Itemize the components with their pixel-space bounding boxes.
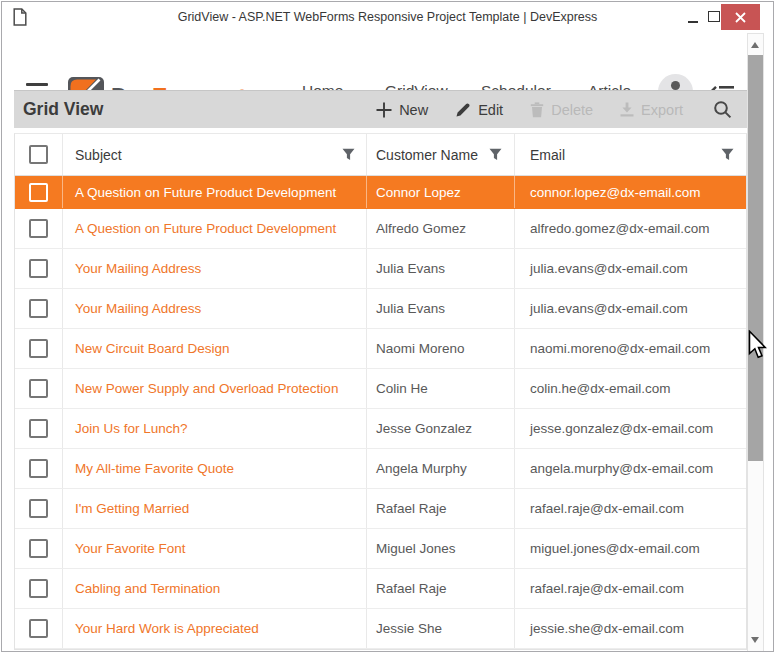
row-checkbox[interactable] (29, 619, 48, 638)
row-checkbox[interactable] (29, 339, 48, 358)
filter-funnel-icon[interactable] (489, 148, 502, 161)
table-row[interactable]: Your Mailing Address Julia Evans julia.e… (15, 289, 746, 329)
grid-body: A Question on Future Product Development… (15, 176, 746, 649)
column-header-customer-name[interactable]: Customer Name (367, 134, 515, 175)
customer-name-cell: Naomi Moreno (367, 329, 515, 368)
table-row[interactable]: Your Hard Work is Appreciated Jessie She… (15, 609, 746, 649)
row-checkbox[interactable] (29, 379, 48, 398)
app-window: GridView - ASP.NET WebForms Responsive P… (1, 1, 774, 652)
person-icon (671, 81, 680, 90)
column-header-subject[interactable]: Subject (63, 134, 367, 175)
row-checkbox[interactable] (29, 259, 48, 278)
row-checkbox[interactable] (29, 579, 48, 598)
subject-link[interactable]: A Question on Future Product Development (75, 185, 336, 200)
table-row[interactable]: A Question on Future Product Development… (15, 209, 746, 249)
email-cell: miguel.jones@dx-email.com (515, 529, 746, 568)
table-row[interactable]: Cabling and Termination Rafael Raje rafa… (15, 569, 746, 609)
download-icon (620, 102, 634, 117)
customer-name-cell: Colin He (367, 369, 515, 408)
subject-link[interactable]: Your Mailing Address (75, 261, 201, 276)
minimize-button[interactable] (683, 2, 703, 31)
nav-bar: DevExpress® Home GridView Scheduler Arti… (2, 32, 773, 90)
table-row[interactable]: Join Us for Lunch? Jesse Gonzalez jesse.… (15, 409, 746, 449)
customer-name-cell: Angela Murphy (367, 449, 515, 488)
vertical-scrollbar[interactable] (747, 33, 764, 652)
row-checkbox[interactable] (29, 539, 48, 558)
row-checkbox[interactable] (29, 459, 48, 478)
subject-link[interactable]: A Question on Future Product Development (75, 221, 336, 236)
subject-link[interactable]: New Power Supply and Overload Protection (75, 381, 338, 396)
table-row[interactable]: Your Favorite Font Miguel Jones miguel.j… (15, 529, 746, 569)
new-button[interactable]: New (376, 102, 428, 118)
minimize-icon (688, 21, 698, 23)
subject-link[interactable]: Your Hard Work is Appreciated (75, 621, 259, 636)
scroll-up-arrow-icon[interactable] (751, 42, 759, 48)
select-all-cell (15, 134, 63, 175)
row-select-cell (15, 176, 63, 208)
customer-name-cell: Jessie She (367, 609, 515, 648)
search-button[interactable] (713, 100, 732, 119)
trash-icon (530, 102, 544, 118)
close-icon (735, 12, 746, 23)
row-select-cell (15, 329, 63, 368)
delete-button[interactable]: Delete (530, 102, 593, 118)
subject-link[interactable]: Cabling and Termination (75, 581, 220, 596)
subject-link[interactable]: Your Mailing Address (75, 301, 201, 316)
customer-name-cell: Alfredo Gomez (367, 209, 515, 248)
row-select-cell (15, 369, 63, 408)
page-title: Grid View (23, 99, 103, 120)
edit-button[interactable]: Edit (455, 102, 503, 118)
subject-link[interactable]: Your Favorite Font (75, 541, 186, 556)
row-checkbox[interactable] (29, 183, 48, 202)
email-cell: angela.murphy@dx-email.com (515, 449, 746, 488)
toolbar-buttons: New Edit Delete Export (376, 100, 747, 119)
row-select-cell (15, 529, 63, 568)
email-cell: alfredo.gomez@dx-email.com (515, 209, 746, 248)
table-row[interactable]: My All-time Favorite Quote Angela Murphy… (15, 449, 746, 489)
email-cell: jesse.gonzalez@dx-email.com (515, 409, 746, 448)
email-cell: julia.evans@dx-email.com (515, 289, 746, 328)
email-cell: colin.he@dx-email.com (515, 369, 746, 408)
subject-link[interactable]: New Circuit Board Design (75, 341, 230, 356)
grid-toolbar: Grid View New Edit Delete Export (14, 90, 747, 128)
column-header-email[interactable]: Email (515, 134, 746, 175)
subject-link[interactable]: Join Us for Lunch? (75, 421, 188, 436)
export-button[interactable]: Export (620, 102, 683, 118)
close-button[interactable] (721, 4, 760, 30)
filter-funnel-icon[interactable] (721, 148, 734, 161)
table-row[interactable]: I'm Getting Married Rafael Raje rafael.r… (15, 489, 746, 529)
email-cell: naomi.moreno@dx-email.com (515, 329, 746, 368)
select-all-checkbox[interactable] (29, 145, 48, 164)
table-row[interactable]: New Power Supply and Overload Protection… (15, 369, 746, 409)
row-select-cell (15, 569, 63, 608)
scroll-down-arrow-icon[interactable] (751, 637, 759, 643)
email-cell: connor.lopez@dx-email.com (515, 176, 746, 208)
maximize-icon (708, 11, 720, 22)
table-row[interactable]: Your Mailing Address Julia Evans julia.e… (15, 249, 746, 289)
search-icon (713, 100, 732, 119)
scrollbar-thumb[interactable] (748, 55, 763, 461)
table-row[interactable]: New Circuit Board Design Naomi Moreno na… (15, 329, 746, 369)
row-select-cell (15, 609, 63, 648)
customer-name-cell: Miguel Jones (367, 529, 515, 568)
customer-name-cell: Rafael Raje (367, 569, 515, 608)
subject-link[interactable]: My All-time Favorite Quote (75, 461, 234, 476)
row-select-cell (15, 249, 63, 288)
pencil-icon (455, 102, 471, 118)
row-checkbox[interactable] (29, 499, 48, 518)
email-cell: rafael.raje@dx-email.com (515, 569, 746, 608)
row-select-cell (15, 209, 63, 248)
email-cell: rafael.raje@dx-email.com (515, 489, 746, 528)
row-select-cell (15, 409, 63, 448)
subject-link[interactable]: I'm Getting Married (75, 501, 189, 516)
customer-name-cell: Connor Lopez (367, 176, 515, 208)
table-row[interactable]: A Question on Future Product Development… (15, 176, 746, 209)
email-cell: jessie.she@dx-email.com (515, 609, 746, 648)
row-checkbox[interactable] (29, 219, 48, 238)
row-select-cell (15, 289, 63, 328)
plus-icon (376, 102, 392, 118)
title-bar: GridView - ASP.NET WebForms Responsive P… (2, 2, 773, 33)
row-checkbox[interactable] (29, 299, 48, 318)
filter-funnel-icon[interactable] (342, 148, 355, 161)
row-checkbox[interactable] (29, 419, 48, 438)
